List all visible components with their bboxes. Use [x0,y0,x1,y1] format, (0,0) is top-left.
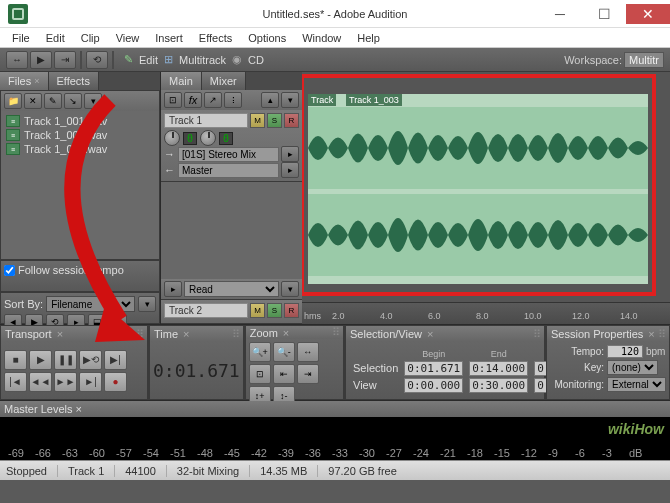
tool-time-button[interactable]: ⇥ [54,51,76,69]
go-start-button[interactable]: |◄ [4,372,27,392]
time-ruler[interactable]: hms 2.0 4.0 6.0 8.0 10.0 12.0 14.0 [302,302,670,324]
solo-button[interactable]: S [267,303,282,318]
tool-scrub-button[interactable]: ⟲ [86,51,108,69]
follow-tempo-checkbox[interactable]: Follow session tempo [4,264,156,276]
eq-button[interactable]: ⫶ [224,92,242,108]
fx-label[interactable]: fx [184,92,202,108]
status-bar: Stopped Track 1 44100 32-bit Mixing 14.3… [0,460,670,480]
master-levels-panel: Master Levels× -69-66-63-60-57-54-51-48-… [0,400,670,460]
file-list[interactable]: ≡Track 1_001.wav ≡Track 1_002.wav ≡Track… [1,111,159,259]
menu-clip[interactable]: Clip [75,30,106,46]
automation-mode-dropdown[interactable]: Read [184,281,279,297]
key-dropdown[interactable]: (none) [607,360,658,375]
tool-hybrid-button[interactable]: ▶ [30,51,52,69]
status-state: Stopped [6,465,58,477]
audio-file-icon: ≡ [6,129,20,141]
record-arm-button[interactable]: R [284,303,299,318]
zoom-full-button[interactable]: ↔ [297,342,319,362]
send-button[interactable]: ↗ [204,92,222,108]
menu-edit[interactable]: Edit [40,30,71,46]
go-end-button[interactable]: ►| [79,372,102,392]
monitoring-dropdown[interactable]: External [607,377,666,392]
tempo-field[interactable]: 120 [607,345,643,358]
record-button[interactable]: ● [104,372,127,392]
automation-menu-button[interactable]: ▾ [281,281,299,297]
tab-files[interactable]: Files× [0,72,49,90]
menu-file[interactable]: File [6,30,36,46]
view-end[interactable]: 0:30.000 [469,378,528,393]
edit-file-button[interactable]: ✎ [44,93,62,109]
watermark: wikiHow [608,421,664,437]
zoom-in-h-button[interactable]: 🔍+ [249,342,271,362]
pause-button[interactable]: ❚❚ [54,350,77,370]
menu-effects[interactable]: Effects [193,30,238,46]
forward-button[interactable]: ►► [54,372,77,392]
mute-button[interactable]: M [250,113,265,128]
zoom-in-right-button[interactable]: ⇥ [297,364,319,384]
minimize-button[interactable]: ─ [538,4,582,24]
fx-button[interactable]: ⊡ [164,92,182,108]
window-buttons: ─ ☐ ✕ [538,4,670,24]
menu-insert[interactable]: Insert [149,30,189,46]
play-button[interactable]: ▶ [29,350,52,370]
play-to-end-button[interactable]: ▶| [104,350,127,370]
sort-dropdown[interactable]: Filename [46,296,135,312]
track-1-name[interactable]: Track 1 [164,113,248,128]
mode-cd[interactable]: CD [248,54,264,66]
sort-label: Sort By: [4,298,43,310]
file-toolbar: 📁 ✕ ✎ ↘ ▾ [1,91,159,111]
expand-button[interactable]: ▾ [281,92,299,108]
tab-mixer[interactable]: Mixer [202,72,246,90]
collapse-button[interactable]: ▴ [261,92,279,108]
maximize-button[interactable]: ☐ [582,4,626,24]
menu-options[interactable]: Options [242,30,292,46]
workspace-dropdown[interactable]: Multitr [624,52,664,68]
sel-begin[interactable]: 0:01.671 [404,361,463,376]
timecode-display[interactable]: 0:01.671 [153,360,240,381]
tab-main[interactable]: Main [161,72,202,90]
pan-readout[interactable]: 0 [219,132,233,145]
stop-button[interactable]: ■ [4,350,27,370]
status-file: Track 1 [68,465,115,477]
mode-edit[interactable]: Edit [139,54,158,66]
menu-help[interactable]: Help [351,30,386,46]
close-file-button[interactable]: ✕ [24,93,42,109]
menu-view[interactable]: View [110,30,146,46]
list-item[interactable]: ≡Track 1_002.wav [4,128,156,142]
insert-button[interactable]: ↘ [64,93,82,109]
close-button[interactable]: ✕ [626,4,670,24]
sort-dir-button[interactable]: ▾ [138,296,156,312]
tab-effects[interactable]: Effects [49,72,99,90]
play-looped-button[interactable]: ▶⟲ [79,350,102,370]
output-icon: ← [164,164,176,176]
timeline-area[interactable]: Track Track 1_003 hms 2.0 4.0 6.0 8.0 10… [302,72,670,324]
record-arm-button[interactable]: R [284,113,299,128]
track-input[interactable]: [01S] Stereo Mix [178,147,279,162]
level-meter[interactable]: -69-66-63-60-57-54-51-48-45-42-39-36-33-… [0,417,670,460]
track-2-name[interactable]: Track 2 [164,303,248,318]
menu-bar: File Edit Clip View Insert Effects Optio… [0,28,670,48]
mute-button[interactable]: M [250,303,265,318]
options-button[interactable]: ▾ [84,93,102,109]
list-item[interactable]: ≡Track 1_001.wav [4,114,156,128]
mode-multitrack[interactable]: Multitrack [179,54,226,66]
menu-window[interactable]: Window [296,30,347,46]
zoom-in-left-button[interactable]: ⇤ [273,364,295,384]
track-output[interactable]: Master [178,163,279,178]
volume-knob[interactable] [164,130,180,146]
zoom-sel-button[interactable]: ⊡ [249,364,271,384]
view-begin[interactable]: 0:00.000 [404,378,463,393]
rewind-button[interactable]: ◄◄ [29,372,52,392]
list-item[interactable]: ≡Track 1_003.wav [4,142,156,156]
input-menu-button[interactable]: ▸ [281,146,299,162]
zoom-out-h-button[interactable]: 🔍- [273,342,295,362]
tool-move-button[interactable]: ↔ [6,51,28,69]
automation-button[interactable]: ▸ [164,281,182,297]
solo-button[interactable]: S [267,113,282,128]
pan-knob[interactable] [200,130,216,146]
volume-readout[interactable]: 0 [183,132,197,145]
output-menu-button[interactable]: ▸ [281,162,299,178]
import-button[interactable]: 📁 [4,93,22,109]
status-depth: 32-bit Mixing [177,465,250,477]
sel-end[interactable]: 0:14.000 [469,361,528,376]
